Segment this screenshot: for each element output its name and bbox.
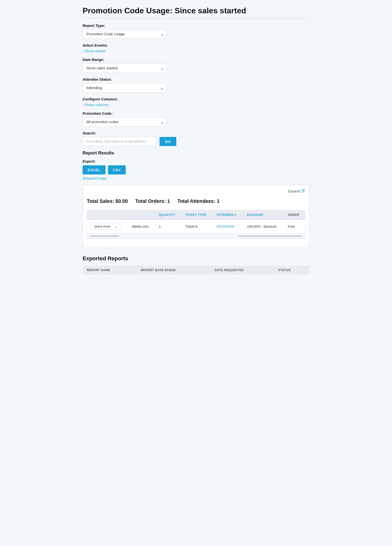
attendee-num-cell: 603165438 bbox=[213, 220, 243, 233]
exported-reports-title: Exported Reports bbox=[83, 255, 309, 262]
report-type-label: Report Type: bbox=[83, 23, 309, 28]
expand-icon[interactable]: 🗗 bbox=[301, 189, 305, 193]
scrollbar-right[interactable] bbox=[238, 235, 303, 237]
total-orders: Total Orders: 1 bbox=[135, 198, 170, 204]
attendee-link[interactable]: 603165438 bbox=[217, 225, 234, 228]
email-cell: ntbrite.com bbox=[128, 220, 155, 233]
results-card: Expand 🗗 Total Sales: $0.00 Total Orders… bbox=[83, 185, 309, 248]
quick-action-chevron-icon: ⌄ bbox=[114, 225, 117, 228]
col-header-ticket-type[interactable]: TICKET TYPE bbox=[181, 210, 213, 220]
expand-row: Expand 🗗 bbox=[87, 189, 305, 193]
total-attendees: Total Attendees: 1 bbox=[177, 198, 219, 204]
reports-header-row: REPORT NAME REPORT DATE RANGE DATE REQUE… bbox=[83, 265, 309, 275]
report-results-section: Report Results Export: EXCEL CSV (Export… bbox=[83, 151, 309, 180]
page-title: Promotion Code Usage: Since sales starte… bbox=[83, 6, 309, 15]
col-header-quantity[interactable]: QUANTITY bbox=[155, 210, 181, 220]
quick-action-cell: Quick Actio... ⌄ bbox=[87, 220, 128, 233]
ticket-type-cell: Ticket A bbox=[181, 220, 213, 233]
export-label: Export: bbox=[83, 159, 309, 163]
report-type-select[interactable]: Promotion Code Usage bbox=[83, 29, 166, 39]
expand-text[interactable]: Expand bbox=[288, 189, 300, 193]
data-table: QUANTITY TICKET TYPE ATTENDEE # DISCOUNT… bbox=[87, 210, 305, 233]
col-header-email bbox=[128, 210, 155, 220]
col-header-order[interactable]: ORDER bbox=[284, 210, 305, 220]
discount-cell: 100.00% - discount bbox=[243, 220, 284, 233]
report-results-title: Report Results bbox=[83, 151, 309, 156]
search-input[interactable] bbox=[83, 137, 157, 146]
col-header-empty bbox=[87, 210, 128, 220]
show-columns-link[interactable]: › Show columns bbox=[83, 103, 309, 107]
promotion-code-select[interactable]: All promotion codes bbox=[83, 117, 166, 127]
quantity-cell: 1 bbox=[155, 220, 181, 233]
date-range-section: Date Range: Since sales started ⦥ bbox=[83, 57, 309, 73]
quick-action-button[interactable]: Quick Actio... ⌄ bbox=[91, 223, 120, 230]
csv-button[interactable]: CSV bbox=[108, 165, 126, 174]
promotion-code-select-wrapper: All promotion codes ⦥ bbox=[83, 117, 166, 127]
attendee-status-section: Attendee Status: Attending ⦥ bbox=[83, 77, 309, 93]
excel-button[interactable]: EXCEL bbox=[83, 165, 106, 174]
exported-reports-table: REPORT NAME REPORT DATE RANGE DATE REQUE… bbox=[83, 265, 309, 275]
promotion-code-section: Promotion Code: All promotion codes ⦥ bbox=[83, 111, 309, 127]
report-type-section: Report Type: Promotion Code Usage ⦥ bbox=[83, 23, 309, 39]
configure-columns-label: Configure Columns: bbox=[83, 97, 309, 101]
col-report-name[interactable]: REPORT NAME bbox=[83, 265, 137, 275]
show-events-link[interactable]: › Show events bbox=[83, 49, 309, 53]
report-type-select-wrapper: Promotion Code Usage ⦥ bbox=[83, 29, 166, 39]
scrollbar-left[interactable] bbox=[89, 235, 119, 237]
page-container: Promotion Code Usage: Since sales starte… bbox=[78, 0, 314, 281]
chevron-right-columns-icon: › bbox=[83, 103, 84, 107]
go-button[interactable]: GO bbox=[160, 137, 176, 146]
promotion-code-label: Promotion Code: bbox=[83, 111, 309, 115]
search-label: Search: bbox=[83, 131, 309, 135]
exported-reports-section: Exported Reports REPORT NAME REPORT DATE… bbox=[83, 255, 309, 275]
col-header-discount[interactable]: DISCOUNT bbox=[243, 210, 284, 220]
table-header-row: QUANTITY TICKET TYPE ATTENDEE # DISCOUNT… bbox=[87, 210, 305, 220]
attendee-status-label: Attendee Status: bbox=[83, 77, 309, 81]
export-buttons: EXCEL CSV bbox=[83, 165, 309, 174]
search-section: Search: GO bbox=[83, 131, 309, 146]
attendee-status-select-wrapper: Attending ⦥ bbox=[83, 83, 166, 93]
attendee-status-select[interactable]: Attending bbox=[83, 83, 166, 93]
table-row: Quick Actio... ⌄ ntbrite.com 1 Ticket A … bbox=[87, 220, 305, 233]
quick-action-label: Quick Actio... bbox=[94, 225, 113, 228]
date-range-label: Date Range: bbox=[83, 57, 309, 62]
search-row: GO bbox=[83, 137, 309, 146]
date-range-select[interactable]: Since sales started bbox=[83, 63, 166, 73]
chevron-right-icon: › bbox=[83, 49, 84, 53]
configure-columns-section: Configure Columns: › Show columns bbox=[83, 97, 309, 107]
title-divider bbox=[83, 18, 309, 19]
col-date-requested[interactable]: DATE REQUESTED bbox=[211, 265, 274, 275]
select-events-section: Select Events: › Show events bbox=[83, 43, 309, 53]
exported-data-anchor[interactable]: (Exported Data) bbox=[83, 176, 107, 180]
col-header-attendee-num[interactable]: ATTENDEE # bbox=[213, 210, 243, 220]
order-cell: Free bbox=[284, 220, 305, 233]
date-range-select-wrapper: Since sales started ⦥ bbox=[83, 63, 166, 73]
col-status[interactable]: STATUS bbox=[274, 265, 309, 275]
col-report-date-range[interactable]: REPORT DATE RANGE bbox=[137, 265, 211, 275]
total-sales: Total Sales: $0.00 bbox=[87, 198, 128, 204]
select-events-label: Select Events: bbox=[83, 43, 309, 47]
totals-row: Total Sales: $0.00 Total Orders: 1 Total… bbox=[87, 196, 305, 207]
exported-data-link: (Exported Data) bbox=[83, 176, 309, 180]
data-table-container: QUANTITY TICKET TYPE ATTENDEE # DISCOUNT… bbox=[87, 210, 305, 239]
